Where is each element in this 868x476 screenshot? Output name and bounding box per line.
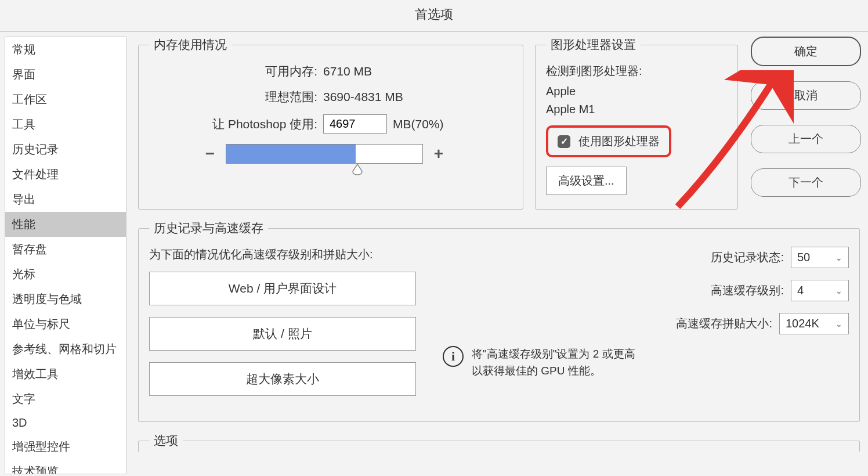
preset-default-button[interactable]: 默认 / 照片 [149, 317, 416, 351]
cache-levels-dropdown[interactable]: 4 ⌄ [791, 280, 849, 301]
let-photoshop-use-label: 让 Photoshop 使用: [149, 116, 317, 132]
sidebar-label: 3D [12, 416, 27, 429]
sidebar-item-file-handling[interactable]: 文件处理 [5, 162, 126, 187]
gpu-model: Apple M1 [546, 103, 727, 116]
sidebar-label: 文字 [12, 392, 35, 405]
sidebar-label: 增强型控件 [12, 440, 70, 453]
sidebar-item-tech-preview[interactable]: 技术预览 [5, 459, 126, 474]
available-ram-label: 可用内存: [149, 63, 317, 80]
use-gpu-label: 使用图形处理器 [578, 134, 660, 149]
history-states-value: 50 [797, 251, 810, 264]
options-group: 选项 [138, 432, 860, 452]
sidebar-item-transparency[interactable]: 透明度与色域 [5, 287, 126, 312]
memory-legend: 内存使用情况 [149, 37, 232, 53]
info-text-line1: 将"高速缓存级别"设置为 2 或更高 [472, 346, 635, 363]
main-panel: 确定 取消 上一个 下一个 内存使用情况 可用内存: 6710 MB 理想 [135, 37, 863, 474]
history-cache-group: 历史记录与高速缓存 为下面的情况优化高速缓存级别和拼贴大小: Web / 用户界… [138, 220, 860, 422]
sidebar-label: 导出 [12, 193, 35, 205]
available-ram-value: 6710 MB [323, 64, 372, 78]
memory-unit-label: MB(70%) [393, 117, 444, 131]
sidebar-item-interface[interactable]: 界面 [5, 62, 126, 87]
sidebar-label: 技术预览 [12, 465, 59, 474]
sidebar-item-type[interactable]: 文字 [5, 387, 126, 412]
sidebar-item-scratch-disks[interactable]: 暂存盘 [5, 237, 126, 262]
sidebar-item-guides[interactable]: 参考线、网格和切片 [5, 337, 126, 362]
chevron-down-icon: ⌄ [836, 319, 842, 329]
preset-large-button[interactable]: 超大像素大小 [149, 362, 416, 396]
memory-slider-handle[interactable] [352, 163, 363, 176]
preferences-title: 首选项 [0, 0, 868, 32]
sidebar-label: 文件处理 [12, 168, 59, 181]
gpu-legend: 图形处理器设置 [546, 37, 641, 53]
ideal-range-label: 理想范围: [149, 89, 317, 105]
history-states-dropdown[interactable]: 50 ⌄ [791, 247, 849, 268]
sidebar-label: 增效工具 [12, 367, 59, 380]
tile-size-value: 1024K [786, 317, 819, 330]
optimize-cache-desc: 为下面的情况优化高速缓存级别和拼贴大小: [149, 247, 416, 262]
tile-size-dropdown[interactable]: 1024K ⌄ [779, 313, 849, 334]
sidebar-label: 性能 [12, 218, 35, 230]
sidebar-item-cursors[interactable]: 光标 [5, 262, 126, 287]
sidebar-label: 常规 [12, 43, 35, 56]
sidebar-item-tools[interactable]: 工具 [5, 112, 126, 137]
memory-decrease-button[interactable]: − [201, 145, 219, 163]
cache-legend: 历史记录与高速缓存 [149, 220, 268, 236]
chevron-down-icon: ⌄ [836, 286, 842, 295]
ok-button[interactable]: 确定 [751, 37, 861, 66]
info-text-line2: 以获得最佳的 GPU 性能。 [472, 363, 635, 380]
sidebar-label: 光标 [12, 268, 35, 280]
next-button[interactable]: 下一个 [751, 168, 861, 197]
gpu-settings-group: 图形处理器设置 检测到图形处理器: Apple Apple M1 ✓ 使用图形处… [535, 37, 738, 210]
use-gpu-checkbox[interactable]: ✓ [558, 135, 570, 148]
gpu-advanced-button[interactable]: 高级设置... [546, 167, 627, 195]
use-gpu-highlight: ✓ 使用图形处理器 [546, 125, 671, 157]
prev-button[interactable]: 上一个 [751, 125, 861, 153]
sidebar-label: 工具 [12, 118, 35, 131]
tile-size-label: 高速缓存拼贴大小: [676, 316, 772, 331]
sidebar-item-performance[interactable]: 性能 [5, 212, 126, 237]
cache-levels-label: 高速缓存级别: [711, 283, 784, 298]
sidebar-item-workspace[interactable]: 工作区 [5, 87, 126, 112]
content-wrap: 常规 界面 工作区 工具 历史记录 文件处理 导出 性能 暂存盘 光标 透明度与… [0, 32, 868, 476]
gpu-detected-label: 检测到图形处理器: [546, 63, 727, 79]
memory-slider-fill [226, 145, 356, 163]
sidebar-label: 参考线、网格和切片 [12, 342, 117, 355]
sidebar-item-units[interactable]: 单位与标尺 [5, 312, 126, 337]
sidebar-item-3d[interactable]: 3D [5, 412, 126, 434]
sidebar-label: 暂存盘 [12, 243, 47, 255]
sidebar-item-export[interactable]: 导出 [5, 187, 126, 212]
sidebar-label: 界面 [12, 68, 35, 81]
memory-slider[interactable] [226, 144, 423, 164]
sidebar-item-plugins[interactable]: 增效工具 [5, 362, 126, 387]
chevron-down-icon: ⌄ [836, 253, 842, 262]
ideal-range-value: 3690-4831 MB [323, 90, 403, 104]
sidebar-label: 透明度与色域 [12, 293, 82, 305]
memory-amount-input[interactable] [323, 114, 387, 134]
sidebar-label: 工作区 [12, 93, 47, 106]
preset-web-button[interactable]: Web / 用户界面设计 [149, 272, 416, 305]
sidebar-item-enhanced[interactable]: 增强型控件 [5, 434, 126, 459]
info-icon: i [443, 346, 464, 367]
gpu-vendor: Apple [546, 85, 727, 98]
category-sidebar: 常规 界面 工作区 工具 历史记录 文件处理 导出 性能 暂存盘 光标 透明度与… [5, 37, 126, 474]
cache-levels-value: 4 [797, 284, 804, 297]
sidebar-item-general[interactable]: 常规 [5, 37, 126, 62]
memory-increase-button[interactable]: + [430, 145, 447, 163]
sidebar-label: 历史记录 [12, 143, 59, 156]
memory-usage-group: 内存使用情况 可用内存: 6710 MB 理想范围: 3690-4831 MB … [138, 37, 523, 210]
cancel-button[interactable]: 取消 [751, 81, 861, 110]
action-buttons: 确定 取消 上一个 下一个 [751, 37, 861, 197]
sidebar-item-history[interactable]: 历史记录 [5, 137, 126, 162]
options-legend: 选项 [149, 432, 183, 449]
history-states-label: 历史记录状态: [711, 250, 784, 265]
sidebar-label: 单位与标尺 [12, 318, 70, 330]
